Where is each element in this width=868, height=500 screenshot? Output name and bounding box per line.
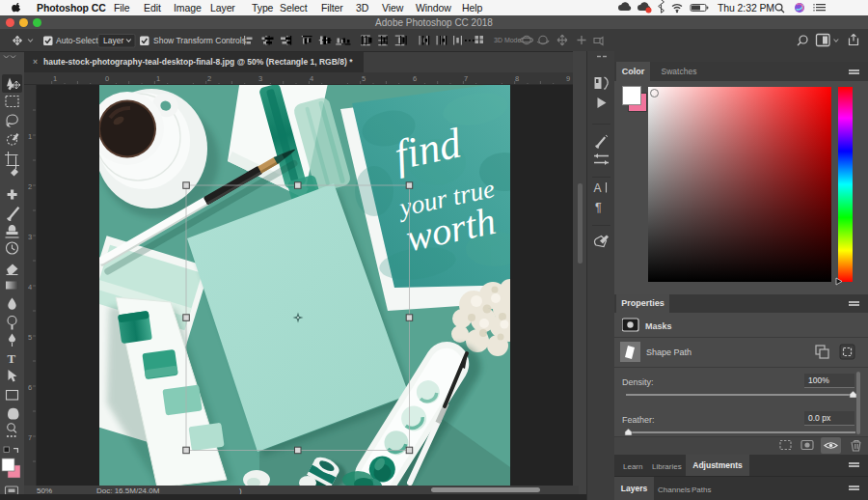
svg-text:¶: ¶ (595, 201, 602, 214)
svg-text:9: 9 (566, 74, 570, 83)
svg-text:3: 3 (258, 74, 262, 83)
svg-text:T: T (8, 351, 16, 366)
svg-text:7: 7 (464, 74, 468, 83)
svg-text:4: 4 (310, 74, 313, 83)
svg-text:3: 3 (28, 233, 32, 241)
svg-text:1: 1 (156, 74, 160, 83)
svg-text:1: 1 (28, 132, 32, 141)
svg-text:3D Mode:: 3D Mode: (494, 37, 523, 43)
svg-text:4: 4 (28, 283, 32, 292)
svg-text:1: 1 (53, 74, 57, 83)
svg-text:A: A (594, 181, 602, 195)
svg-text:5: 5 (28, 333, 32, 342)
svg-text:Auto-Select:: Auto-Select: (56, 36, 100, 45)
svg-text:Masks: Masks (645, 321, 672, 331)
svg-text:8: 8 (515, 74, 519, 83)
svg-text:2: 2 (28, 182, 32, 191)
svg-text:0: 0 (105, 74, 109, 83)
svg-text:6: 6 (413, 74, 417, 83)
svg-text:Layer: Layer (103, 36, 123, 45)
svg-text:5: 5 (362, 74, 366, 83)
svg-text:2: 2 (207, 74, 211, 83)
svg-text:6: 6 (28, 383, 32, 392)
svg-text:Show Transform Controls: Show Transform Controls (153, 36, 246, 45)
svg-text:7: 7 (28, 433, 32, 442)
